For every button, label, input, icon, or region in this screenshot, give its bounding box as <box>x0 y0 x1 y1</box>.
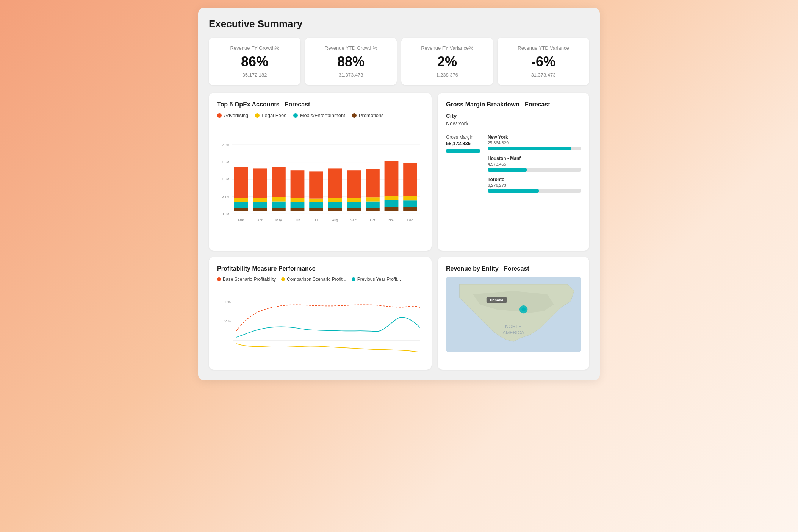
revenue-entity-title: Revenue by Entity - Forecast <box>446 265 581 272</box>
gm-track-ny <box>488 147 581 150</box>
svg-rect-22 <box>291 208 305 211</box>
kpi-card-3: Revenue YTD Variance -6% 31,373,473 <box>498 38 589 85</box>
line-chart-svg: 60% 40% <box>217 286 423 362</box>
svg-text:Jul: Jul <box>314 218 318 222</box>
svg-rect-33 <box>328 168 342 198</box>
svg-rect-43 <box>385 200 399 207</box>
svg-text:Apr: Apr <box>257 218 263 222</box>
base-dot <box>217 277 221 281</box>
legend-prev-year: Previous Year Profit... <box>352 277 401 282</box>
legend-meals: Meals/Entertainment <box>293 113 345 118</box>
svg-text:NORTH: NORTH <box>505 324 522 329</box>
legal-label: Legal Fees <box>262 113 286 118</box>
profitability-card: Profitability Measure Performance Base S… <box>209 257 432 370</box>
gm-bar-toronto: Toronto 6,276,273 <box>488 177 581 193</box>
svg-rect-28 <box>309 199 323 202</box>
svg-text:May: May <box>275 218 282 222</box>
svg-text:Nov: Nov <box>388 218 394 222</box>
svg-text:Aug: Aug <box>332 218 338 222</box>
kpi-sub-0: 35,172,182 <box>215 72 294 78</box>
svg-rect-45 <box>385 161 399 196</box>
svg-rect-30 <box>328 208 342 211</box>
advertising-label: Advertising <box>224 113 248 118</box>
gm-sub-houston: 4,573,465 <box>488 162 581 166</box>
svg-rect-18 <box>272 208 286 211</box>
gm-sub-ny: 25,364,829... <box>488 141 581 145</box>
svg-rect-34 <box>347 208 361 211</box>
opex-chart-card: Top 5 OpEx Accounts - Forecast Advertisi… <box>209 93 432 251</box>
kpi-row: Revenue FY Growth% 86% 35,172,182 Revenu… <box>209 38 589 85</box>
svg-text:Dec: Dec <box>407 218 413 222</box>
gm-track-houston <box>488 168 581 172</box>
svg-rect-10 <box>234 208 248 211</box>
kpi-label-3: Revenue YTD Variance <box>504 45 583 51</box>
svg-text:1.0M: 1.0M <box>222 177 229 181</box>
map-area: Canada NORTH AMERICA <box>446 277 581 352</box>
svg-rect-19 <box>272 202 286 208</box>
svg-text:Canada: Canada <box>490 298 504 302</box>
legend-advertising: Advertising <box>217 113 248 118</box>
svg-text:1.5M: 1.5M <box>222 160 229 164</box>
kpi-sub-1: 31,373,473 <box>311 72 391 78</box>
svg-text:0.0M: 0.0M <box>222 212 229 216</box>
svg-rect-11 <box>234 202 248 208</box>
svg-rect-42 <box>385 207 399 211</box>
svg-rect-32 <box>328 198 342 202</box>
legend-promotions: Promotions <box>352 113 384 118</box>
svg-text:0.5M: 0.5M <box>222 195 229 199</box>
svg-rect-49 <box>403 163 417 196</box>
bottom-row: Profitability Measure Performance Base S… <box>209 257 589 370</box>
svg-rect-44 <box>385 196 399 200</box>
legend-legal: Legal Fees <box>255 113 286 118</box>
kpi-card-0: Revenue FY Growth% 86% 35,172,182 <box>209 38 300 85</box>
callout-value: 58,172,836 <box>446 141 480 146</box>
svg-text:Mar: Mar <box>238 218 244 222</box>
base-label: Base Scenario Profitability <box>223 277 276 282</box>
promotions-dot <box>352 113 357 118</box>
gm-sub-toronto: 6,276,273 <box>488 183 581 188</box>
kpi-value-3: -6% <box>504 54 583 70</box>
dashboard: Executive Summary Revenue FY Growth% 86%… <box>198 8 600 380</box>
svg-rect-38 <box>366 208 380 211</box>
prev-year-label: Previous Year Profit... <box>357 277 401 282</box>
city-filter-value: New York <box>446 120 581 128</box>
gm-bar-houston: Houston - Manf 4,573,465 <box>488 156 581 172</box>
svg-rect-20 <box>272 197 286 201</box>
comparison-dot <box>281 277 285 281</box>
kpi-value-1: 88% <box>311 54 391 70</box>
svg-rect-35 <box>347 202 361 208</box>
svg-rect-17 <box>253 168 267 198</box>
promotions-label: Promotions <box>359 113 384 118</box>
prev-year-dot <box>352 277 355 281</box>
svg-rect-24 <box>291 198 305 202</box>
svg-rect-39 <box>366 202 380 208</box>
opex-legend: Advertising Legal Fees Meals/Entertainme… <box>217 113 423 118</box>
svg-text:Oct: Oct <box>370 218 376 222</box>
gm-bar-new-york: New York 25,364,829... <box>488 135 581 150</box>
gross-margin-bar <box>446 149 480 153</box>
svg-text:Jun: Jun <box>295 218 300 222</box>
charts-row: Top 5 OpEx Accounts - Forecast Advertisi… <box>209 93 589 251</box>
gm-fill-houston <box>488 168 527 172</box>
svg-rect-36 <box>347 198 361 202</box>
city-filter[interactable]: City New York <box>446 113 581 128</box>
svg-rect-13 <box>234 167 248 198</box>
revenue-entity-card: Revenue by Entity - Forecast Canada <box>438 257 589 370</box>
svg-rect-27 <box>309 202 323 208</box>
kpi-sub-3: 31,373,473 <box>504 72 583 78</box>
svg-rect-41 <box>366 169 380 197</box>
svg-text:Sept: Sept <box>350 218 358 222</box>
gm-label-toronto: Toronto <box>488 177 581 182</box>
page-title: Executive Summary <box>209 18 589 30</box>
gm-fill-toronto <box>488 189 539 193</box>
svg-rect-12 <box>234 198 248 202</box>
svg-rect-48 <box>403 196 417 200</box>
profitability-title: Profitability Measure Performance <box>217 265 423 272</box>
comparison-label: Comparison Scenario Profit... <box>287 277 346 282</box>
advertising-dot <box>217 113 222 118</box>
kpi-label-1: Revenue YTD Growth% <box>311 45 391 51</box>
gm-label-ny: New York <box>488 135 581 140</box>
svg-rect-16 <box>253 198 267 202</box>
meals-dot <box>293 113 298 118</box>
kpi-card-2: Revenue FY Variance% 2% 1,238,376 <box>401 38 493 85</box>
